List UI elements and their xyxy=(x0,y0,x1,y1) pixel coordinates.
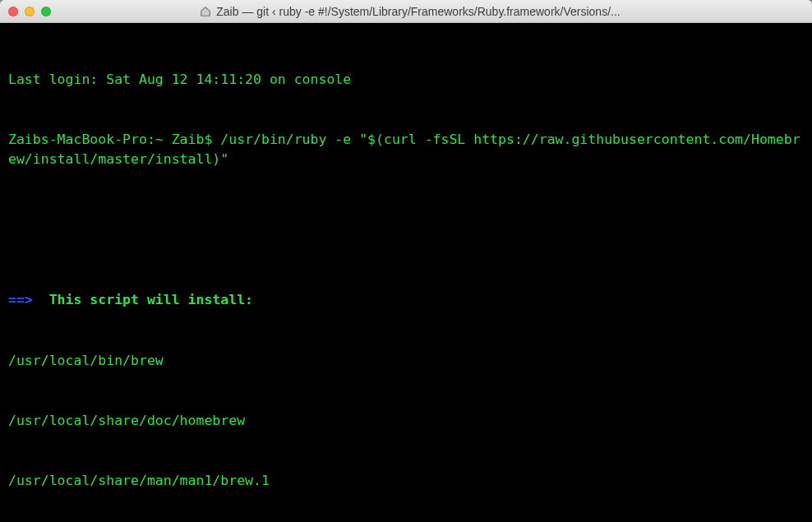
minimize-button[interactable] xyxy=(25,7,35,16)
install-path: /usr/local/share/doc/homebrew xyxy=(8,411,804,431)
install-path: /usr/local/share/man/man1/brew.1 xyxy=(8,471,804,491)
prompt-line: Zaibs-MacBook-Pro:~ Zaib$ /usr/bin/ruby … xyxy=(8,130,804,170)
window-title: Zaib — git ‹ ruby -e #!/System/Library/F… xyxy=(59,5,761,18)
arrow-icon: ==> xyxy=(8,292,33,307)
install-path: /usr/local/bin/brew xyxy=(8,351,804,371)
home-icon xyxy=(200,6,211,17)
last-login-line: Last login: Sat Aug 12 14:11:20 on conso… xyxy=(8,70,804,90)
terminal-body[interactable]: Last login: Sat Aug 12 14:11:20 on conso… xyxy=(0,23,812,522)
maximize-button[interactable] xyxy=(41,7,51,16)
terminal-window: Zaib — git ‹ ruby -e #!/System/Library/F… xyxy=(0,0,812,522)
window-title-text: Zaib — git ‹ ruby -e #!/System/Library/F… xyxy=(216,5,620,18)
traffic-lights xyxy=(8,7,51,16)
close-button[interactable] xyxy=(8,7,18,16)
section-install: ==> This script will install: xyxy=(8,290,804,310)
prompt: Zaibs-MacBook-Pro:~ Zaib$ xyxy=(8,132,220,147)
section-install-heading: This script will install: xyxy=(49,292,253,307)
titlebar[interactable]: Zaib — git ‹ ruby -e #!/System/Library/F… xyxy=(0,0,812,23)
